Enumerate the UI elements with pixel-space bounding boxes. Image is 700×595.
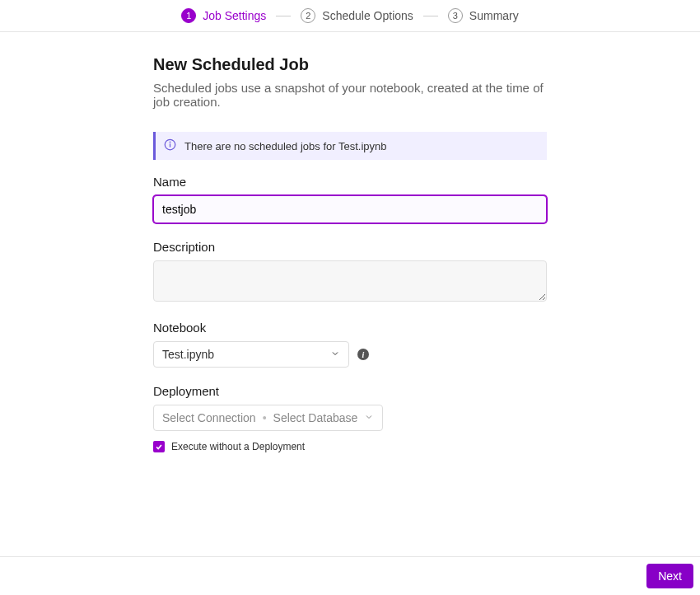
- notebook-select-value: Test.ipynb: [162, 348, 214, 361]
- notebook-group: Notebook Test.ipynb i: [153, 321, 547, 368]
- main-content: New Scheduled Job Scheduled jobs use a s…: [153, 32, 547, 452]
- page-subtitle: Scheduled jobs use a snapshot of your no…: [153, 81, 547, 109]
- step-number: 2: [301, 8, 315, 23]
- separator-dot: •: [263, 411, 267, 424]
- info-icon: [164, 138, 176, 153]
- stepper: 1 Job Settings 2 Schedule Options 3 Summ…: [0, 0, 700, 32]
- execute-without-deployment-checkbox[interactable]: [153, 441, 165, 452]
- notebook-label: Notebook: [153, 321, 547, 335]
- svg-point-2: [170, 142, 170, 143]
- step-label: Summary: [469, 9, 519, 22]
- step-connector: [276, 16, 291, 16]
- step-schedule-options[interactable]: 2 Schedule Options: [301, 8, 413, 23]
- name-label: Name: [153, 175, 547, 189]
- step-number: 1: [181, 8, 196, 23]
- step-label: Schedule Options: [322, 9, 413, 22]
- chevron-down-icon: [330, 348, 340, 361]
- execute-without-deployment-label: Execute without a Deployment: [171, 441, 305, 452]
- page-title: New Scheduled Job: [153, 55, 547, 74]
- step-connector: [423, 16, 438, 16]
- description-group: Description: [153, 240, 547, 304]
- description-input[interactable]: [153, 260, 547, 302]
- name-group: Name: [153, 175, 547, 223]
- deployment-select[interactable]: Select Connection • Select Database: [153, 405, 383, 431]
- chevron-down-icon: [364, 411, 374, 424]
- deployment-database-placeholder: Select Database: [273, 411, 358, 424]
- notebook-select[interactable]: Test.ipynb: [153, 341, 349, 368]
- next-button[interactable]: Next: [646, 564, 693, 588]
- description-label: Description: [153, 240, 547, 254]
- deployment-group: Deployment Select Connection • Select Da…: [153, 384, 547, 452]
- deployment-connection-placeholder: Select Connection: [162, 411, 256, 424]
- info-banner: There are no scheduled jobs for Test.ipy…: [153, 132, 547, 160]
- step-summary[interactable]: 3 Summary: [448, 8, 519, 23]
- step-job-settings[interactable]: 1 Job Settings: [181, 8, 266, 23]
- footer: Next: [0, 556, 700, 595]
- notebook-info-icon[interactable]: i: [357, 349, 369, 360]
- deployment-label: Deployment: [153, 384, 547, 398]
- execute-without-deployment-row: Execute without a Deployment: [153, 441, 547, 452]
- info-banner-text: There are no scheduled jobs for Test.ipy…: [184, 140, 386, 152]
- step-label: Job Settings: [203, 9, 266, 22]
- step-number: 3: [448, 8, 463, 23]
- name-input[interactable]: [153, 195, 547, 223]
